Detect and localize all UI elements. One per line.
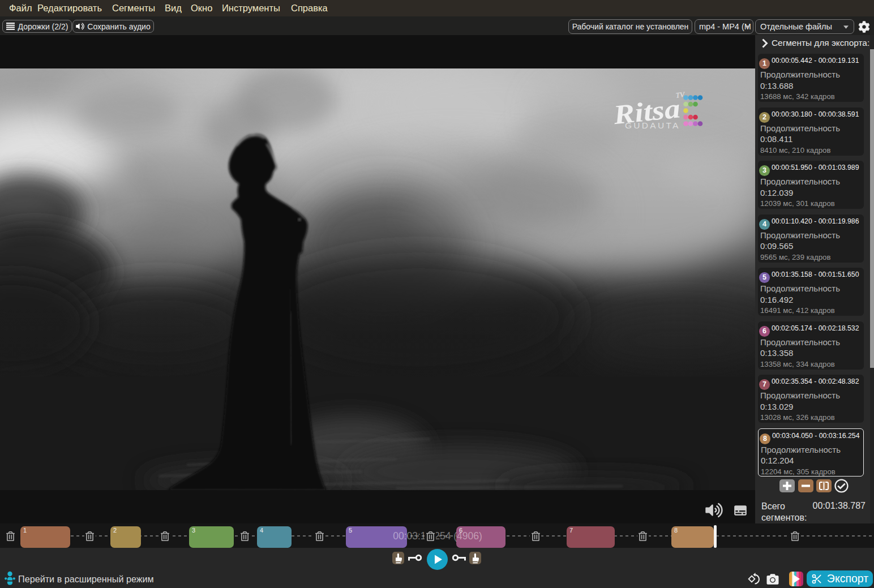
- svg-text:GUDAUTA: GUDAUTA: [625, 121, 680, 130]
